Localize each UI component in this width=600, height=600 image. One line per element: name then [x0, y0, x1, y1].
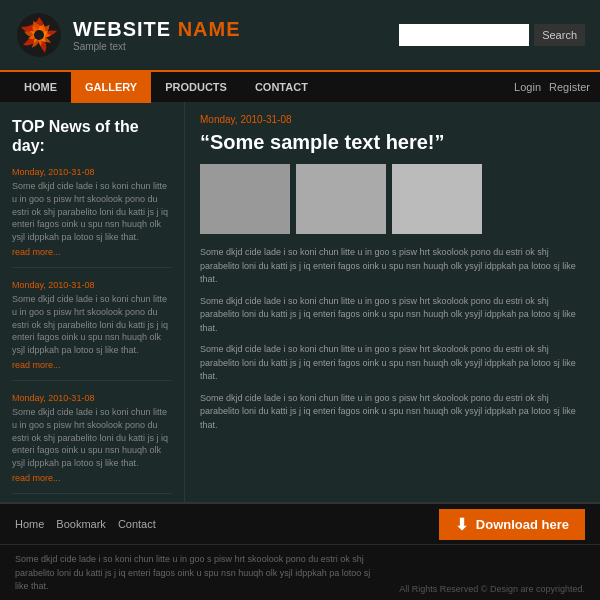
logo-text-area: WEBSITE NAME Sample text: [73, 18, 241, 52]
register-link[interactable]: Register: [549, 81, 590, 93]
news-text-3: Some dkjd cide lade i so koni chun litte…: [12, 406, 172, 469]
read-more-3[interactable]: read more...: [12, 473, 172, 483]
nav-products[interactable]: PRODUCTS: [151, 71, 241, 103]
footer: Some dkjd cide lade i so koni chun litte…: [0, 544, 600, 600]
search-button[interactable]: Search: [534, 24, 585, 46]
read-more-2[interactable]: read more...: [12, 360, 172, 370]
article-para-1: Some dkjd cide lade i so koni chun litte…: [200, 246, 585, 287]
download-icon: ⬇: [455, 515, 468, 534]
nav-contact[interactable]: CONTACT: [241, 71, 322, 103]
footer-bookmark-link[interactable]: Bookmark: [56, 518, 106, 530]
news-text-2: Some dkjd cide lade i so koni chun litte…: [12, 293, 172, 356]
news-item-3: Monday, 2010-31-08 Some dkjd cide lade i…: [12, 393, 172, 494]
sidebar-title: TOP News of the day:: [12, 117, 172, 155]
article-image-2: [296, 164, 386, 234]
search-area: Search: [399, 24, 585, 46]
footer-contact-link[interactable]: Contact: [118, 518, 156, 530]
footer-home-link[interactable]: Home: [15, 518, 44, 530]
article-content: Monday, 2010-31-08 “Some sample text her…: [185, 102, 600, 502]
read-more-1[interactable]: read more...: [12, 247, 172, 257]
news-item-1: Monday, 2010-31-08 Some dkjd cide lade i…: [12, 167, 172, 268]
article-para-3: Some dkjd cide lade i so koni chun litte…: [200, 343, 585, 384]
news-date-2: Monday, 2010-31-08: [12, 280, 172, 290]
search-input[interactable]: [399, 24, 529, 46]
main-content: TOP News of the day: Monday, 2010-31-08 …: [0, 102, 600, 502]
login-link[interactable]: Login: [514, 81, 541, 93]
news-item-2: Monday, 2010-31-08 Some dkjd cide lade i…: [12, 280, 172, 381]
download-label: Download here: [476, 517, 569, 532]
article-para-4: Some dkjd cide lade i so koni chun litte…: [200, 392, 585, 433]
navigation: HOME GALLERY PRODUCTS CONTACT Login Regi…: [0, 70, 600, 102]
article-date: Monday, 2010-31-08: [200, 114, 585, 125]
footer-description: Some dkjd cide lade i so koni chun litte…: [15, 553, 384, 594]
article-image-1: [200, 164, 290, 234]
website-name: WEBSITE NAME: [73, 18, 241, 41]
download-button[interactable]: ⬇ Download here: [439, 509, 585, 540]
nav-items: HOME GALLERY PRODUCTS CONTACT: [10, 71, 514, 103]
article-headline: “Some sample text here!”: [200, 130, 585, 154]
news-text-1: Some dkjd cide lade i so koni chun litte…: [12, 180, 172, 243]
article-image-3: [392, 164, 482, 234]
sidebar: TOP News of the day: Monday, 2010-31-08 …: [0, 102, 185, 502]
nav-gallery[interactable]: GALLERY: [71, 71, 151, 103]
logo-area: WEBSITE NAME Sample text: [15, 11, 384, 59]
news-date-3: Monday, 2010-31-08: [12, 393, 172, 403]
footer-banner: Home Bookmark Contact ⬇ Download here: [0, 502, 600, 544]
svg-point-1: [34, 30, 44, 40]
nav-home[interactable]: HOME: [10, 71, 71, 103]
tagline: Sample text: [73, 41, 241, 52]
image-gallery-row: [200, 164, 585, 234]
auth-links: Login Register: [514, 81, 590, 93]
logo-icon: [15, 11, 63, 59]
header: WEBSITE NAME Sample text Search: [0, 0, 600, 70]
footer-nav: Home Bookmark Contact: [15, 518, 439, 530]
article-para-2: Some dkjd cide lade i so koni chun litte…: [200, 295, 585, 336]
news-date-1: Monday, 2010-31-08: [12, 167, 172, 177]
copyright: All Rights Reserved © Design are copyrig…: [399, 584, 585, 594]
